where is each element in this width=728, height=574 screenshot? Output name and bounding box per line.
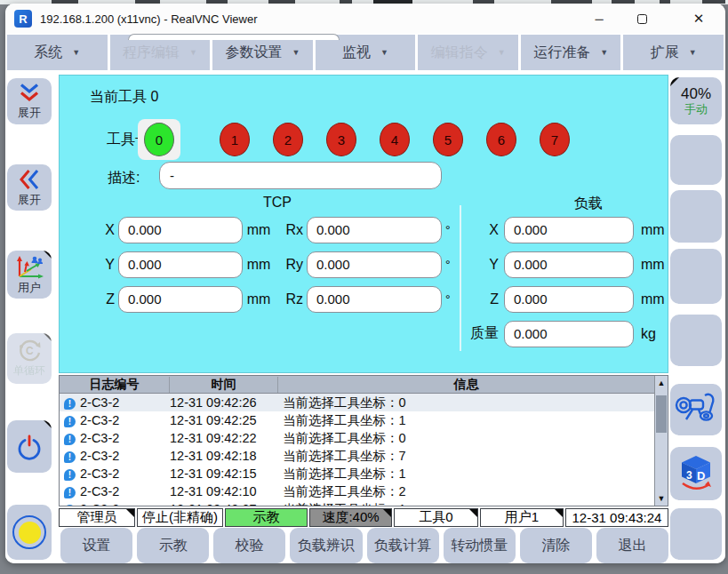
info-icon: ! [64,434,76,445]
chevron-down-icon: ▼ [498,48,506,57]
log-table: 日志编号 时间 信息 !2-C3-2 12-31 09:42:26 当前选择工具… [59,375,668,506]
status-tool[interactable]: 工具0 [394,508,478,527]
load-calculate-button[interactable]: 负载计算 [367,528,439,563]
description-input[interactable] [159,162,442,189]
expand-mid-button[interactable]: 展开 [7,164,52,211]
status-bar: 管理员 停止(非精确) 示教 速度:40% 工具0 用户1 12-31 09:4… [59,508,668,527]
menu-parameter-settings[interactable]: 参数设置▼ [212,35,313,70]
load-mass-input[interactable] [504,321,634,347]
menu-run-prepare[interactable]: 运行准备▼ [521,35,621,70]
info-icon: ! [64,451,76,463]
minimize-button[interactable]: ─ [578,4,620,34]
right-panel-button-4[interactable] [670,315,722,366]
menu-extension[interactable]: 扩展▼ [623,35,724,70]
tcp-rz-input[interactable] [307,286,442,313]
tool-settings-panel: 当前工具 0 工具号 0 1 2 3 4 5 6 7 描述: TCP 负载 [59,75,668,373]
popup-remnant [128,34,340,40]
chevron-down-icon: ▼ [72,48,80,57]
tcp-z-input[interactable] [118,286,243,313]
maximize-button[interactable] [620,4,663,34]
right-panel-button-2[interactable] [670,190,722,243]
scrollbar-thumb[interactable] [656,395,667,433]
status-user-role[interactable]: 管理员 [59,508,135,527]
maximize-icon [637,14,647,24]
svg-text:3: 3 [686,469,692,482]
log-row[interactable]: !2-C3-2 12-31 09:42:10 当前选择工具坐标：2 [60,482,654,500]
info-icon: ! [64,416,76,427]
right-panel-button-1[interactable] [670,135,722,185]
load-x-input[interactable] [504,217,634,243]
single-cycle-icon: C [16,339,43,363]
tool-circle-1[interactable]: 1 [220,123,250,156]
inertia-button[interactable]: 转动惯量 [444,528,516,563]
tool-circle-2[interactable]: 2 [273,123,303,156]
hand-guide-icon [674,391,718,428]
right-panel-button-5[interactable] [670,508,722,560]
user-frame-button[interactable]: 用户 [7,251,52,299]
tool-circle-0[interactable]: 0 [144,123,174,156]
scroll-down-icon[interactable]: ▼ [655,494,668,503]
info-icon: ! [64,505,76,506]
exit-button[interactable]: 退出 [596,528,668,563]
teach-button[interactable]: 示教 [137,528,209,563]
log-row[interactable]: !2-C3-2 12-31 09:42:15 当前选择工具坐标：1 [60,465,654,482]
log-row[interactable]: !2-C3-2 12-31 09:42:22 当前选择工具坐标：0 [60,429,654,447]
status-user-frame[interactable]: 用户1 [480,508,564,527]
log-row[interactable]: !2-C3-2 12-31 09:42:07 当前选择工具坐标：1 [60,500,654,506]
load-y-input[interactable] [504,251,634,278]
expand-top-button[interactable]: 展开 [7,78,52,124]
window-title: 192.168.1.200 (x11vnc) - RealVNC Viewer [40,12,257,26]
right-panel-button-3[interactable] [670,249,722,304]
power-button[interactable] [7,420,52,473]
tool-circle-6[interactable]: 6 [486,123,516,156]
tool-circle-3[interactable]: 3 [326,123,356,156]
chevron-down-icon: ▼ [189,48,197,57]
speed-mode-button[interactable]: 40% 手动 [670,77,722,124]
close-button[interactable]: ✕ [677,4,720,34]
3d-view-icon: 3 D [676,454,716,493]
log-row[interactable]: !2-C3-2 12-31 09:42:18 当前选择工具坐标：7 [60,447,654,465]
load-row-x: X mm [460,216,668,243]
titlebar: R 192.168.1.200 (x11vnc) - RealVNC Viewe… [5,4,725,34]
corner-flag-icon [44,333,52,341]
tcp-rx-input[interactable] [307,217,442,243]
tcp-ry-input[interactable] [307,251,442,278]
clear-button[interactable]: 清除 [520,528,592,563]
tool-circle-5[interactable]: 5 [433,123,463,156]
log-row[interactable]: !2-C3-2 12-31 09:42:25 当前选择工具坐标：1 [60,411,654,429]
record-button[interactable] [7,505,52,560]
svg-text:D: D [697,469,705,482]
chevron-down-icon: ▼ [689,48,697,57]
corner-flag-icon [555,509,563,517]
load-z-input[interactable] [504,286,634,313]
3d-view-button[interactable]: 3 D [670,447,722,500]
power-icon [15,433,44,461]
menu-program-edit: 程序编辑▼ [110,35,211,70]
corner-flag-icon [670,77,679,86]
svg-text:C: C [26,345,34,357]
realvnc-logo-icon: R [14,10,32,28]
load-identify-button[interactable]: 负载辨识 [290,528,362,563]
scroll-up-icon[interactable]: ▲ [655,379,668,387]
tcp-section-title: TCP [193,195,362,211]
hand-guide-button[interactable] [670,384,722,435]
description-label: 描述: [108,169,140,187]
tcp-row-y: Y mm Ry ° [92,251,456,278]
tcp-y-input[interactable] [118,251,243,278]
load-section-title: 负载 [504,195,668,213]
menu-system[interactable]: 系统▼ [7,35,108,70]
menu-monitor[interactable]: 监视▼ [316,35,416,70]
bottom-button-row: 设置 示教 校验 负载辨识 负载计算 转动惯量 清除 退出 [60,528,668,563]
log-scrollbar[interactable]: ▲ ▼ [654,376,668,506]
tool-circle-4[interactable]: 4 [380,123,410,156]
double-chevron-down-icon [16,83,43,104]
settings-button[interactable]: 设置 [60,528,132,563]
status-speed[interactable]: 速度:40% [309,508,392,527]
tcp-x-input[interactable] [118,217,243,243]
status-run-state: 停止(非精确) [137,508,223,527]
verify-button[interactable]: 校验 [213,528,285,563]
tool-circle-7[interactable]: 7 [540,123,570,156]
tool-0-selected-highlight: 0 [138,119,180,160]
status-clock: 12-31 09:43:24 [565,508,668,527]
log-row[interactable]: !2-C3-2 12-31 09:42:26 当前选择工具坐标：0 [60,394,654,411]
